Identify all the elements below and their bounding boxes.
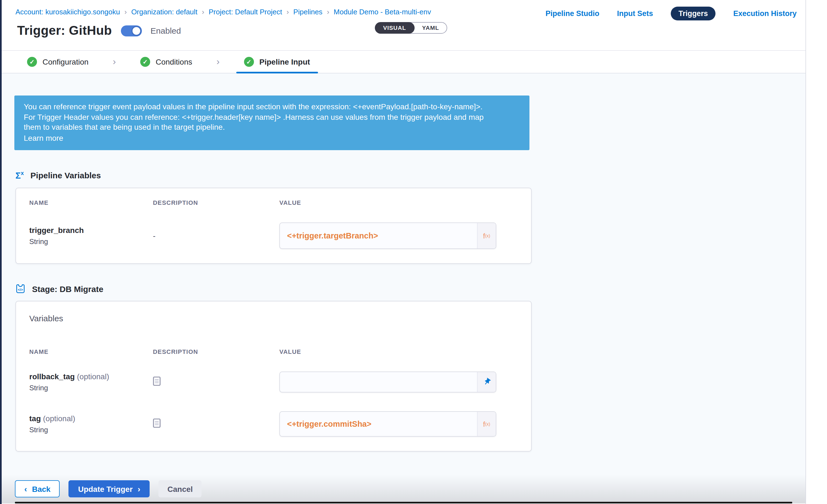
check-circle-icon: ✓: [140, 57, 150, 67]
variable-name-cell: tag (optional) String: [29, 414, 153, 434]
pipeline-variables-header: Σx Pipeline Variables: [15, 170, 806, 181]
update-trigger-button[interactable]: Update Trigger ›: [69, 480, 150, 497]
variable-description: -: [153, 232, 279, 240]
stage-variables-card: Variables NAME DESCRIPTION VALUE rollbac…: [15, 301, 532, 452]
chevron-right-icon: ›: [202, 8, 204, 16]
visual-mode-button[interactable]: VISUAL: [375, 22, 414, 34]
breadcrumb-project[interactable]: Project: Default Project: [209, 8, 282, 16]
tag-value-field: f(x): [279, 411, 496, 437]
breadcrumb-organization[interactable]: Organization: default: [131, 8, 197, 16]
visual-yaml-toggle: VISUAL YAML: [375, 22, 447, 34]
rollback-tag-value-field: [279, 372, 496, 393]
info-banner: You can reference trigger event payload …: [14, 96, 529, 150]
banner-line: For Trigger Header values you can refere…: [24, 112, 520, 122]
table-row: trigger_branch String - f(x): [29, 223, 518, 249]
table-header: NAME DESCRIPTION VALUE: [29, 349, 518, 355]
enabled-label: Enabled: [150, 26, 181, 35]
pin-icon[interactable]: [477, 372, 496, 392]
chevron-right-icon: ›: [327, 8, 329, 16]
breadcrumb-pipeline-name[interactable]: Module Demo - Beta-multi-env: [334, 8, 431, 16]
trigger-branch-value-field: f(x): [279, 223, 496, 249]
check-circle-icon: ✓: [27, 57, 37, 67]
pipeline-variables-icon: Σx: [15, 170, 24, 181]
optional-suffix: (optional): [43, 414, 76, 423]
footer-actions: ‹ Back Update Trigger › Cancel: [15, 480, 201, 497]
description-note-icon[interactable]: [153, 376, 161, 386]
check-circle-icon: ✓: [244, 57, 254, 67]
tab-label: Conditions: [156, 57, 192, 66]
chevron-left-icon: ‹: [24, 484, 27, 494]
stage-header: </> Stage: DB Migrate: [15, 284, 806, 294]
column-name: NAME: [29, 200, 153, 206]
optional-suffix: (optional): [77, 372, 109, 381]
trigger-branch-value-input[interactable]: [280, 223, 477, 249]
page-body: You can reference trigger event payload …: [2, 73, 806, 503]
back-button[interactable]: ‹ Back: [15, 480, 60, 497]
tab-label: Pipeline Input: [259, 57, 310, 66]
variable-description-cell: [153, 418, 279, 430]
column-description: DESCRIPTION: [153, 200, 279, 206]
svg-text:</>: </>: [18, 288, 23, 292]
table-row: rollback_tag (optional) String: [29, 372, 518, 393]
tab-pipeline-input[interactable]: ✓ Pipeline Input: [241, 51, 313, 73]
nav-input-sets[interactable]: Input Sets: [617, 9, 653, 18]
stage-icon: </>: [15, 284, 26, 294]
pipeline-variables-card: NAME DESCRIPTION VALUE trigger_branch St…: [15, 188, 532, 264]
variable-type: String: [29, 426, 153, 434]
table-header: NAME DESCRIPTION VALUE: [29, 200, 518, 206]
chevron-right-icon: ›: [125, 8, 127, 16]
variable-name: rollback_tag (optional): [29, 372, 153, 381]
sidebar-edge: [0, 0, 2, 504]
banner-line: You can reference trigger event payload …: [24, 102, 520, 112]
variable-description-cell: [153, 376, 279, 388]
pipeline-nav: Pipeline Studio Input Sets Triggers Exec…: [545, 7, 797, 20]
fx-expression-icon[interactable]: f(x): [477, 223, 496, 249]
description-note-icon[interactable]: [153, 418, 161, 428]
tab-configuration[interactable]: ✓ Configuration: [24, 51, 92, 73]
variable-type: String: [29, 238, 153, 246]
chevron-right-icon: ›: [138, 484, 141, 494]
rollback-tag-value-input[interactable]: [280, 372, 477, 392]
breadcrumb-pipelines[interactable]: Pipelines: [293, 8, 323, 16]
variable-name-cell: rollback_tag (optional) String: [29, 372, 153, 392]
chevron-right-icon: ›: [113, 56, 116, 67]
nav-pipeline-studio[interactable]: Pipeline Studio: [545, 9, 599, 18]
variables-subtitle: Variables: [29, 314, 518, 323]
nav-triggers-active[interactable]: Triggers: [671, 7, 716, 20]
chevron-right-icon: ›: [216, 56, 220, 67]
cancel-button[interactable]: Cancel: [159, 480, 202, 497]
column-description: DESCRIPTION: [153, 349, 279, 355]
breadcrumb-account[interactable]: Account: kurosakiichigo.songoku: [15, 8, 120, 16]
learn-more-link[interactable]: Learn more: [24, 133, 63, 143]
section-title: Pipeline Variables: [30, 170, 101, 180]
variable-name-cell: trigger_branch String: [29, 226, 153, 246]
toggle-knob: [131, 26, 141, 36]
page-header: Account: kurosakiichigo.songoku › Organi…: [2, 0, 806, 51]
table-row: tag (optional) String: [29, 411, 518, 437]
yaml-mode-button[interactable]: YAML: [414, 22, 447, 33]
variable-name: tag (optional): [29, 414, 153, 423]
nav-execution-history[interactable]: Execution History: [733, 9, 797, 18]
tab-conditions[interactable]: ✓ Conditions: [137, 51, 195, 73]
variable-name: trigger_branch: [29, 226, 153, 235]
column-value: VALUE: [279, 349, 518, 355]
main-content: Account: kurosakiichigo.songoku › Organi…: [2, 0, 806, 504]
page-title: Trigger: GitHub: [17, 23, 112, 38]
column-value: VALUE: [279, 200, 518, 206]
banner-line: them to variables that are being used in…: [24, 122, 520, 132]
chevron-right-icon: ›: [287, 8, 289, 16]
tag-value-input[interactable]: [280, 412, 477, 436]
fx-expression-icon[interactable]: f(x): [477, 412, 496, 436]
tab-label: Configuration: [43, 57, 89, 66]
trigger-page: Account: kurosakiichigo.songoku › Organi…: [0, 0, 827, 504]
column-name: NAME: [29, 349, 153, 355]
enabled-toggle[interactable]: [120, 25, 142, 36]
wizard-tabbar: ✓ Configuration › ✓ Conditions › ✓ Pipel…: [2, 51, 806, 73]
variable-type: String: [29, 384, 153, 392]
window-bottom-edge: [15, 502, 792, 503]
section-title: Stage: DB Migrate: [32, 284, 103, 294]
